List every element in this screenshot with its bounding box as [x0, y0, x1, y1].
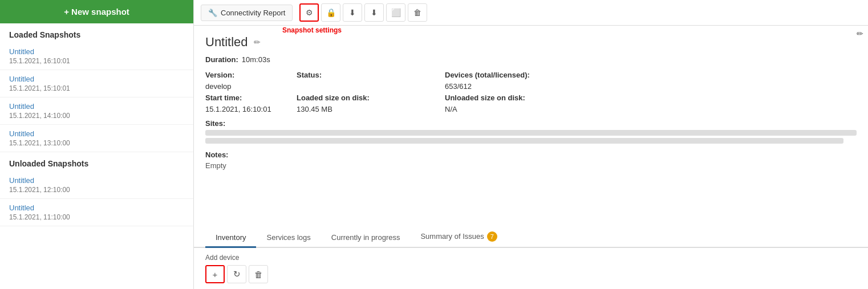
- tab-badge-summary-of-issues: 7: [487, 231, 497, 242]
- tab-currently-in-progress[interactable]: Currently in progress: [321, 229, 411, 248]
- duration-label: Duration:: [205, 55, 238, 64]
- content-area: Untitled ✏ Duration: 10m:03s Version: St…: [194, 26, 868, 227]
- edit-title-icon[interactable]: ✏: [254, 38, 261, 47]
- unloaded-snapshots-list: Untitled15.1.2021, 12:10:00Untitled15.1.…: [0, 172, 193, 226]
- main-edit-pencil-icon[interactable]: ✏: [857, 29, 863, 38]
- tab-inventory[interactable]: Inventory: [205, 229, 256, 248]
- add-device-label: Add device: [205, 254, 857, 262]
- notes-section: Notes: Empty: [205, 150, 857, 170]
- devices-label: Devices (total/licensed):: [445, 71, 857, 79]
- snapshot-title: Untitled: [205, 35, 248, 50]
- tab-label-services-logs: Services logs: [266, 233, 310, 242]
- unloaded-snapshot-item-1[interactable]: Untitled15.1.2021, 11:10:00: [0, 199, 193, 226]
- loaded-size-label: Loaded size on disk:: [297, 93, 370, 102]
- new-snapshot-button[interactable]: + New snapshot: [0, 0, 193, 23]
- download-button[interactable]: ⬇: [364, 3, 384, 22]
- connectivity-report-label: Connectivity Report: [221, 9, 285, 17]
- tab-services-logs[interactable]: Services logs: [256, 229, 321, 248]
- tab-label-inventory: Inventory: [216, 233, 246, 242]
- snapshot-settings-button[interactable]: ⚙: [299, 3, 319, 22]
- tab-label-currently-in-progress: Currently in progress: [331, 233, 400, 242]
- status-value: [297, 82, 445, 91]
- gear-icon: ⚙: [306, 8, 313, 17]
- unloaded-snapshot-item-0[interactable]: Untitled15.1.2021, 12:10:00: [0, 172, 193, 199]
- main-panel: 🔧 Connectivity Report ⚙ 🔒 ⬇︎ ⬇ ⬜ 🗑 Snaps…: [194, 0, 868, 289]
- delete-device-button[interactable]: 🗑: [249, 265, 268, 283]
- tab-summary-of-issues[interactable]: Summary of Issues7: [410, 227, 507, 248]
- status-label: Status:: [297, 71, 445, 79]
- toolbar: 🔧 Connectivity Report ⚙ 🔒 ⬇︎ ⬇ ⬜ 🗑 Snaps…: [194, 0, 868, 26]
- loaded-snapshot-item-2[interactable]: Untitled15.1.2021, 14:10:00: [0, 97, 193, 125]
- tabs-bar: InventoryServices logsCurrently in progr…: [194, 227, 868, 248]
- tab-label-summary-of-issues: Summary of Issues: [420, 232, 484, 241]
- loaded-size-value: 130.45 MB: [297, 105, 445, 113]
- loaded-snapshots-list: Untitled15.1.2021, 16:10:01Untitled15.1.…: [0, 43, 193, 152]
- copy-icon: ⬜: [391, 8, 401, 17]
- connectivity-report-tab[interactable]: 🔧 Connectivity Report: [201, 5, 293, 21]
- unloaded-size-label: Unloaded size on disk:: [445, 93, 525, 102]
- add-device-button[interactable]: +: [205, 265, 225, 283]
- delete-toolbar-button[interactable]: 🗑: [408, 3, 427, 22]
- version-label: Version:: [205, 71, 297, 79]
- loaded-snapshot-item-3[interactable]: Untitled15.1.2021, 13:10:00: [0, 125, 193, 152]
- download-icon: ⬇: [371, 8, 378, 17]
- loaded-snapshot-item-1[interactable]: Untitled15.1.2021, 15:10:01: [0, 70, 193, 97]
- sites-section: Sites:: [205, 119, 857, 144]
- import-icon: ⬇︎: [349, 8, 356, 17]
- wrench-icon: 🔧: [208, 9, 217, 17]
- snapshot-title-row: Untitled ✏: [205, 35, 857, 50]
- duration-value: 10m:03s: [242, 55, 270, 64]
- sidebar: + New snapshot Loaded Snapshots Untitled…: [0, 0, 194, 289]
- start-time-label: Start time:: [205, 93, 242, 102]
- trash-icon: 🗑: [413, 8, 421, 17]
- unloaded-snapshots-header: Unloaded Snapshots: [0, 152, 193, 172]
- lock-icon: 🔒: [326, 8, 336, 17]
- import-button[interactable]: ⬇︎: [343, 3, 362, 22]
- loaded-snapshots-header: Loaded Snapshots: [0, 23, 193, 43]
- devices-value: 653/612: [445, 82, 857, 91]
- refresh-button[interactable]: ↻: [227, 265, 246, 283]
- sites-blurred-line1: [205, 130, 857, 136]
- unloaded-size-value: N/A: [445, 105, 857, 113]
- sites-blurred-line2: [205, 138, 843, 144]
- copy-button[interactable]: ⬜: [386, 3, 405, 22]
- notes-value: Empty: [205, 161, 857, 170]
- start-time-value: 15.1.2021, 16:10:01: [205, 105, 297, 113]
- loaded-snapshot-item-0[interactable]: Untitled15.1.2021, 16:10:01: [0, 43, 193, 70]
- version-value: develop: [205, 82, 297, 91]
- tab-action-buttons: + ↻ 🗑: [205, 265, 857, 283]
- sites-label: Sites:: [205, 119, 857, 128]
- tab-content-area: Add device + ↻ 🗑: [194, 248, 868, 289]
- notes-label: Notes:: [205, 150, 857, 159]
- lock-button[interactable]: 🔒: [321, 3, 340, 22]
